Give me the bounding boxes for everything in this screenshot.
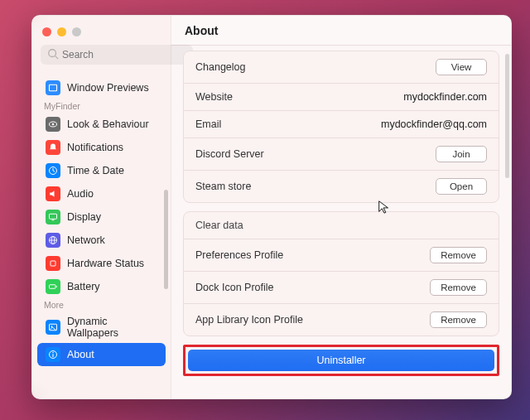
- window-traffic-lights: [32, 24, 171, 45]
- page-title: About: [171, 16, 511, 46]
- svg-rect-6: [50, 214, 57, 219]
- sidebar-items: Window Previews MyFinder Look & Behaviou…: [32, 76, 171, 390]
- sidebar-item-label: Network: [67, 234, 105, 246]
- bell-icon: [46, 140, 60, 155]
- sidebar-item-label: Hardware Status: [67, 258, 144, 269]
- sidebar-item-audio[interactable]: Audio: [37, 182, 166, 205]
- sidebar-item-hardware-status[interactable]: Hardware Status: [37, 252, 166, 275]
- row-preferences-profile: Preferences Profile Remove: [184, 239, 499, 272]
- row-steam: Steam store Open: [184, 171, 499, 202]
- dock-icon-profile-label: Dock Icon Profile: [195, 282, 273, 293]
- content-pane: About Changelog View Website mydockfinde…: [171, 16, 511, 398]
- website-label: Website: [195, 91, 233, 103]
- sidebar-item-notifications[interactable]: Notifications: [37, 136, 166, 159]
- sidebar-item-label: Look & Behaviour: [67, 118, 149, 130]
- globe-icon: [46, 233, 60, 248]
- clock-icon: [46, 163, 60, 178]
- discord-label: Discord Server: [195, 148, 264, 160]
- row-email: Email mydockfinder@qq.com: [184, 111, 499, 138]
- website-value[interactable]: mydockfinder.com: [403, 91, 487, 103]
- battery-icon: [46, 279, 60, 294]
- sidebar-item-label: Window Previews: [67, 82, 149, 94]
- sidebar-item-label: About: [67, 349, 94, 360]
- remove-dock-button[interactable]: Remove: [430, 279, 487, 296]
- app-library-icon-profile-label: App Library Icon Profile: [195, 314, 303, 326]
- svg-rect-12: [50, 285, 56, 289]
- sidebar-item-label: Audio: [67, 188, 94, 200]
- sidebar-item-label: Battery: [67, 281, 100, 292]
- content-scroll: Changelog View Website mydockfinder.com …: [171, 46, 511, 398]
- sidebar-item-network[interactable]: Network: [37, 229, 166, 252]
- sidebar: Window Previews MyFinder Look & Behaviou…: [32, 16, 171, 398]
- content-scrollbar[interactable]: [505, 54, 509, 178]
- display-icon: [46, 210, 60, 224]
- sidebar-item-dynamic-wallpapers[interactable]: Dynamic Wallpapers: [37, 311, 166, 343]
- join-button[interactable]: Join: [436, 146, 487, 162]
- sidebar-scrollbar[interactable]: [164, 190, 168, 289]
- sidebar-group-more: More: [32, 298, 171, 311]
- clear-data-label: Clear data: [195, 220, 243, 231]
- close-icon[interactable]: [42, 27, 51, 36]
- info-icon: [46, 347, 60, 362]
- zoom-icon[interactable]: [72, 27, 81, 36]
- minimize-icon[interactable]: [57, 27, 66, 36]
- svg-rect-11: [51, 261, 55, 266]
- remove-preferences-button[interactable]: Remove: [430, 247, 487, 263]
- sidebar-group-myfinder: MyFinder: [32, 99, 171, 113]
- row-changelog: Changelog View: [184, 51, 499, 84]
- remove-library-button[interactable]: Remove: [430, 311, 487, 328]
- sidebar-item-time-date[interactable]: Time & Date: [37, 159, 166, 182]
- svg-rect-2: [50, 84, 57, 91]
- sidebar-item-label: Dynamic Wallpapers: [67, 316, 157, 339]
- row-website: Website mydockfinder.com: [184, 84, 499, 111]
- search-input[interactable]: [41, 45, 193, 65]
- view-button[interactable]: View: [436, 59, 487, 75]
- svg-rect-13: [56, 286, 57, 287]
- links-card: Changelog View Website mydockfinder.com …: [183, 51, 499, 203]
- eye-icon: [46, 117, 60, 132]
- row-dock-icon-profile: Dock Icon Profile Remove: [184, 272, 499, 304]
- sidebar-item-about[interactable]: About: [37, 343, 166, 366]
- svg-point-18: [52, 352, 54, 354]
- cpu-icon: [46, 256, 60, 271]
- window-icon: [46, 80, 60, 95]
- steam-label: Steam store: [195, 181, 251, 192]
- sidebar-item-look-behaviour[interactable]: Look & Behaviour: [37, 113, 166, 136]
- sidebar-item-window-previews[interactable]: Window Previews: [37, 76, 166, 99]
- preferences-profile-label: Preferences Profile: [195, 249, 283, 261]
- uninstaller-button[interactable]: Uninstaller: [188, 350, 494, 371]
- clear-data-header: Clear data: [184, 212, 499, 239]
- svg-point-4: [52, 123, 55, 126]
- sidebar-item-display[interactable]: Display: [37, 205, 166, 229]
- desktop-background: Window Previews MyFinder Look & Behaviou…: [0, 0, 530, 420]
- changelog-label: Changelog: [195, 61, 245, 73]
- sidebar-item-label: Display: [67, 211, 101, 223]
- row-discord: Discord Server Join: [184, 138, 499, 171]
- uninstaller-highlight: Uninstaller: [183, 345, 499, 376]
- picture-icon: [46, 320, 60, 335]
- email-label: Email: [195, 118, 221, 130]
- sidebar-item-label: Notifications: [67, 142, 123, 153]
- sidebar-item-label: Time & Date: [67, 165, 124, 176]
- preferences-window: Window Previews MyFinder Look & Behaviou…: [31, 15, 512, 399]
- row-app-library-icon-profile: App Library Icon Profile Remove: [184, 304, 499, 336]
- clear-data-card: Clear data Preferences Profile Remove Do…: [183, 211, 499, 336]
- speaker-icon: [46, 186, 60, 201]
- sidebar-item-battery[interactable]: Battery: [37, 275, 166, 298]
- email-value[interactable]: mydockfinder@qq.com: [381, 118, 487, 130]
- open-button[interactable]: Open: [436, 178, 487, 195]
